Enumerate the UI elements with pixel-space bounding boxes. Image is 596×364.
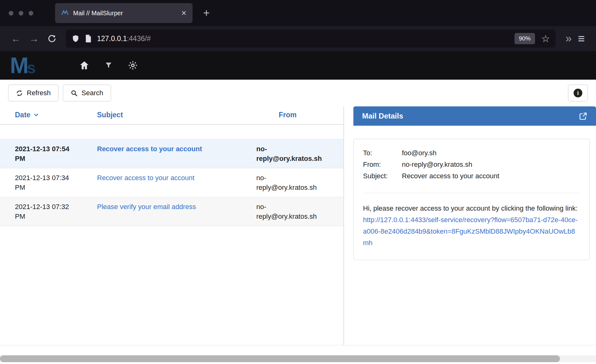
sort-chevron-down-icon: [33, 112, 40, 118]
back-button[interactable]: ←: [7, 30, 25, 48]
mail-row-from: no-reply@ory.kratos.sh: [256, 202, 336, 221]
from-header-label: From: [279, 111, 297, 119]
column-header-date[interactable]: Date: [15, 111, 97, 119]
subject-value: Recover access to your account: [402, 170, 580, 182]
mail-row-date: 2021-12-13 07:54 PM: [15, 144, 97, 163]
mail-details-header: Mail Details: [353, 106, 596, 126]
details-divider: [363, 193, 580, 193]
mail-details-panel: Mail Details To: foo@ory.sh From: no-rep…: [344, 106, 596, 345]
to-value: foo@ory.sh: [402, 147, 580, 159]
browser-navbar: ← → 127.0.0.1:4436/# 90% ☆ » ≡: [0, 26, 596, 51]
reload-button[interactable]: [43, 30, 61, 48]
tab-close-icon[interactable]: ×: [181, 9, 186, 17]
horizontal-scrollbar-thumb[interactable]: [0, 355, 560, 362]
forward-button[interactable]: →: [25, 30, 43, 48]
mail-details-card: To: foo@ory.sh From: no-reply@ory.kratos…: [353, 139, 590, 260]
tab-title: Mail // MailSlurper: [73, 10, 177, 17]
horizontal-scrollbar-track[interactable]: [0, 355, 596, 362]
mail-row-subject-link[interactable]: Recover access to your account: [97, 144, 256, 163]
app-toolbar: Refresh Search i: [0, 80, 596, 106]
bookmark-star-icon[interactable]: ☆: [541, 33, 550, 44]
column-header-subject[interactable]: Subject: [97, 111, 256, 119]
mail-list-panel: Date Subject From 2021-12-13 07:54 PM Re…: [0, 106, 344, 345]
toolbar-overflow-icon[interactable]: »: [566, 32, 572, 45]
mail-meta: To: foo@ory.sh From: no-reply@ory.kratos…: [363, 147, 580, 182]
from-label: From:: [363, 159, 402, 170]
mail-row-from: no-reply@ory.kratos.sh: [256, 144, 336, 163]
window-controls: [9, 11, 33, 16]
from-value: no-reply@ory.kratos.sh: [402, 159, 580, 170]
logo-letter-s: s: [27, 59, 36, 76]
browser-tab-strip: Mail // MailSlurper × +: [0, 0, 596, 26]
mail-details-title: Mail Details: [362, 112, 579, 120]
browser-tab[interactable]: Mail // MailSlurper ×: [55, 3, 193, 23]
subject-header-label: Subject: [97, 111, 123, 119]
mail-list-rows: 2021-12-13 07:54 PM Recover access to yo…: [0, 139, 343, 226]
column-header-from[interactable]: From: [256, 111, 336, 119]
url-bar[interactable]: 127.0.0.1:4436/# 90% ☆: [66, 30, 556, 48]
settings-gear-icon[interactable]: [121, 51, 145, 80]
mail-row[interactable]: 2021-12-13 07:34 PM Recover access to yo…: [0, 168, 343, 197]
logo-letter-m: M: [10, 54, 29, 77]
mail-row-date: 2021-12-13 07:34 PM: [15, 173, 97, 192]
search-button[interactable]: Search: [63, 85, 111, 101]
refresh-button-label: Refresh: [27, 89, 51, 97]
mail-row-from: no-reply@ory.kratos.sh: [256, 173, 336, 192]
external-link-icon[interactable]: [579, 112, 587, 120]
mail-body: Hi, please recover access to your accoun…: [363, 203, 580, 249]
shield-icon[interactable]: [72, 34, 80, 43]
mail-list-header: Date Subject From: [0, 106, 343, 125]
url-text: 127.0.0.1:4436/#: [97, 35, 510, 43]
window-maximize-dot[interactable]: [29, 11, 33, 16]
mail-row[interactable]: 2021-12-13 07:32 PM Please verify your e…: [0, 197, 343, 226]
refresh-icon: [16, 90, 23, 97]
app-header: M s: [0, 51, 596, 80]
info-button[interactable]: i: [568, 85, 588, 101]
url-host: 127.0.0.1: [97, 35, 127, 43]
window-minimize-dot[interactable]: [19, 11, 23, 16]
page-info-icon[interactable]: [85, 34, 92, 43]
mail-row-subject-link[interactable]: Recover access to your account: [97, 173, 256, 192]
search-icon: [71, 90, 78, 97]
mail-row[interactable]: 2021-12-13 07:54 PM Recover access to yo…: [0, 139, 343, 168]
main-content: Date Subject From 2021-12-13 07:54 PM Re…: [0, 106, 596, 345]
mail-row-date: 2021-12-13 07:32 PM: [15, 202, 97, 221]
mailslurper-logo: M s: [10, 54, 72, 77]
date-header-label: Date: [15, 111, 30, 119]
info-icon: i: [574, 89, 582, 97]
filter-icon[interactable]: [96, 51, 121, 80]
mailslurper-favicon-icon: [61, 9, 69, 17]
home-icon[interactable]: [72, 51, 96, 80]
zoom-level-badge[interactable]: 90%: [515, 33, 535, 44]
search-button-label: Search: [81, 89, 103, 97]
window-close-dot[interactable]: [9, 11, 13, 16]
refresh-button[interactable]: Refresh: [8, 85, 58, 101]
to-label: To:: [363, 147, 402, 159]
mail-row-subject-link[interactable]: Please verify your email address: [97, 202, 256, 221]
mail-body-text: Hi, please recover access to your accoun…: [363, 204, 578, 212]
url-path: :4436/#: [127, 35, 151, 43]
subject-label: Subject:: [363, 170, 402, 182]
recovery-link[interactable]: http://127.0.0.1:4433/self-service/recov…: [363, 216, 578, 247]
new-tab-button[interactable]: +: [203, 7, 210, 19]
hamburger-menu-icon[interactable]: ≡: [578, 32, 585, 45]
